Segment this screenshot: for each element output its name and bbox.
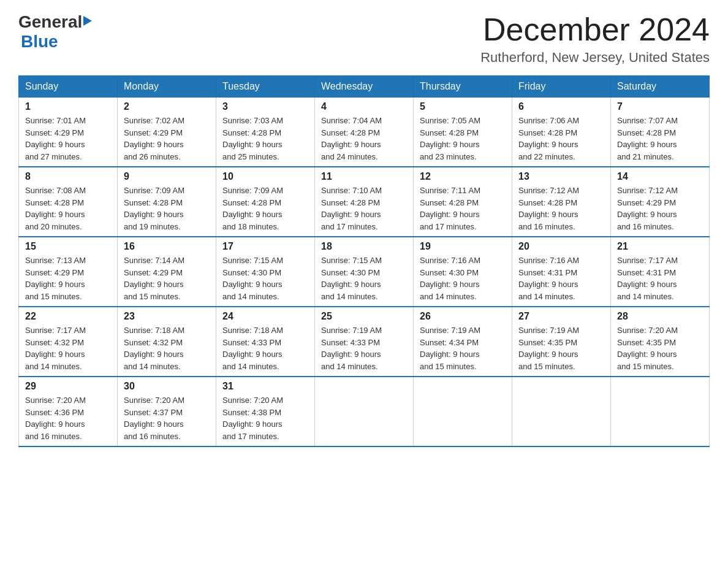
day-header-wednesday: Wednesday: [315, 76, 414, 98]
calendar-cell: 16Sunrise: 7:14 AMSunset: 4:29 PMDayligh…: [118, 237, 216, 307]
day-number: 19: [420, 241, 506, 252]
day-info: Sunrise: 7:15 AMSunset: 4:30 PMDaylight:…: [321, 255, 407, 302]
day-number: 9: [124, 171, 210, 182]
calendar-cell: 23Sunrise: 7:18 AMSunset: 4:32 PMDayligh…: [118, 307, 216, 377]
day-header-thursday: Thursday: [414, 76, 512, 98]
calendar-cell: 13Sunrise: 7:12 AMSunset: 4:28 PMDayligh…: [512, 167, 611, 237]
day-header-sunday: Sunday: [19, 76, 118, 98]
day-number: 26: [420, 311, 506, 322]
day-number: 3: [222, 101, 308, 112]
day-number: 13: [518, 171, 604, 182]
calendar-cell: 7Sunrise: 7:07 AMSunset: 4:28 PMDaylight…: [611, 98, 710, 167]
day-info: Sunrise: 7:20 AMSunset: 4:36 PMDaylight:…: [25, 394, 111, 442]
calendar-cell: 5Sunrise: 7:05 AMSunset: 4:28 PMDaylight…: [414, 98, 512, 167]
calendar-cell: 17Sunrise: 7:15 AMSunset: 4:30 PMDayligh…: [216, 237, 315, 307]
calendar-cell: 25Sunrise: 7:19 AMSunset: 4:33 PMDayligh…: [315, 307, 414, 377]
day-number: 2: [124, 101, 210, 112]
calendar-week-row: 8Sunrise: 7:08 AMSunset: 4:28 PMDaylight…: [19, 167, 710, 237]
day-info: Sunrise: 7:08 AMSunset: 4:28 PMDaylight:…: [25, 185, 111, 232]
day-info: Sunrise: 7:19 AMSunset: 4:33 PMDaylight:…: [321, 324, 407, 372]
day-number: 20: [518, 241, 604, 252]
day-info: Sunrise: 7:13 AMSunset: 4:29 PMDaylight:…: [25, 255, 111, 302]
day-number: 1: [25, 101, 111, 112]
calendar-cell: [414, 377, 512, 446]
calendar-cell: [611, 377, 710, 446]
day-info: Sunrise: 7:18 AMSunset: 4:32 PMDaylight:…: [124, 324, 210, 372]
day-number: 10: [222, 171, 308, 182]
calendar-cell: 10Sunrise: 7:09 AMSunset: 4:28 PMDayligh…: [216, 167, 315, 237]
calendar-cell: 20Sunrise: 7:16 AMSunset: 4:31 PMDayligh…: [512, 237, 611, 307]
day-number: 18: [321, 241, 407, 252]
day-info: Sunrise: 7:14 AMSunset: 4:29 PMDaylight:…: [124, 255, 210, 302]
calendar-header-row: SundayMondayTuesdayWednesdayThursdayFrid…: [19, 76, 710, 98]
calendar-cell: 29Sunrise: 7:20 AMSunset: 4:36 PMDayligh…: [19, 377, 118, 446]
calendar-cell: 14Sunrise: 7:12 AMSunset: 4:29 PMDayligh…: [611, 167, 710, 237]
calendar-cell: 19Sunrise: 7:16 AMSunset: 4:30 PMDayligh…: [414, 237, 512, 307]
calendar-table: SundayMondayTuesdayWednesdayThursdayFrid…: [18, 75, 710, 447]
calendar-cell: 21Sunrise: 7:17 AMSunset: 4:31 PMDayligh…: [611, 237, 710, 307]
calendar-cell: 2Sunrise: 7:02 AMSunset: 4:29 PMDaylight…: [118, 98, 216, 167]
day-info: Sunrise: 7:01 AMSunset: 4:29 PMDaylight:…: [25, 115, 111, 163]
day-info: Sunrise: 7:19 AMSunset: 4:34 PMDaylight:…: [420, 324, 506, 372]
calendar-cell: 15Sunrise: 7:13 AMSunset: 4:29 PMDayligh…: [19, 237, 118, 307]
logo: General Blue: [18, 12, 92, 52]
day-info: Sunrise: 7:20 AMSunset: 4:35 PMDaylight:…: [617, 324, 703, 372]
logo-general-text: General: [18, 12, 82, 32]
day-number: 31: [222, 381, 308, 392]
day-info: Sunrise: 7:18 AMSunset: 4:33 PMDaylight:…: [222, 324, 308, 372]
day-number: 12: [420, 171, 506, 182]
calendar-cell: 30Sunrise: 7:20 AMSunset: 4:37 PMDayligh…: [118, 377, 216, 446]
calendar-cell: 9Sunrise: 7:09 AMSunset: 4:28 PMDaylight…: [118, 167, 216, 237]
day-number: 17: [222, 241, 308, 252]
day-info: Sunrise: 7:16 AMSunset: 4:31 PMDaylight:…: [518, 255, 604, 302]
calendar-cell: 24Sunrise: 7:18 AMSunset: 4:33 PMDayligh…: [216, 307, 315, 377]
calendar-week-row: 1Sunrise: 7:01 AMSunset: 4:29 PMDaylight…: [19, 98, 710, 167]
calendar-cell: 26Sunrise: 7:19 AMSunset: 4:34 PMDayligh…: [414, 307, 512, 377]
day-number: 29: [25, 381, 111, 392]
day-number: 14: [617, 171, 703, 182]
calendar-title: December 2024: [480, 12, 710, 47]
day-number: 28: [617, 311, 703, 322]
day-info: Sunrise: 7:17 AMSunset: 4:32 PMDaylight:…: [25, 324, 111, 372]
day-number: 4: [321, 101, 407, 112]
day-info: Sunrise: 7:20 AMSunset: 4:37 PMDaylight:…: [124, 394, 210, 442]
calendar-cell: 1Sunrise: 7:01 AMSunset: 4:29 PMDaylight…: [19, 98, 118, 167]
calendar-subtitle: Rutherford, New Jersey, United States: [480, 50, 710, 66]
calendar-cell: 4Sunrise: 7:04 AMSunset: 4:28 PMDaylight…: [315, 98, 414, 167]
day-info: Sunrise: 7:19 AMSunset: 4:35 PMDaylight:…: [518, 324, 604, 372]
calendar-cell: 28Sunrise: 7:20 AMSunset: 4:35 PMDayligh…: [611, 307, 710, 377]
logo-blue-text: Blue: [21, 32, 58, 51]
day-number: 11: [321, 171, 407, 182]
calendar-cell: 11Sunrise: 7:10 AMSunset: 4:28 PMDayligh…: [315, 167, 414, 237]
calendar-cell: 31Sunrise: 7:20 AMSunset: 4:38 PMDayligh…: [216, 377, 315, 446]
day-info: Sunrise: 7:07 AMSunset: 4:28 PMDaylight:…: [617, 115, 703, 163]
calendar-cell: 3Sunrise: 7:03 AMSunset: 4:28 PMDaylight…: [216, 98, 315, 167]
calendar-week-row: 15Sunrise: 7:13 AMSunset: 4:29 PMDayligh…: [19, 237, 710, 307]
day-info: Sunrise: 7:11 AMSunset: 4:28 PMDaylight:…: [420, 185, 506, 232]
day-number: 22: [25, 311, 111, 322]
day-info: Sunrise: 7:09 AMSunset: 4:28 PMDaylight:…: [222, 185, 308, 232]
day-number: 16: [124, 241, 210, 252]
day-info: Sunrise: 7:06 AMSunset: 4:28 PMDaylight:…: [518, 115, 604, 163]
day-number: 27: [518, 311, 604, 322]
day-info: Sunrise: 7:09 AMSunset: 4:28 PMDaylight:…: [124, 185, 210, 232]
day-header-saturday: Saturday: [611, 76, 710, 98]
calendar-cell: 8Sunrise: 7:08 AMSunset: 4:28 PMDaylight…: [19, 167, 118, 237]
day-number: 24: [222, 311, 308, 322]
day-number: 23: [124, 311, 210, 322]
day-info: Sunrise: 7:16 AMSunset: 4:30 PMDaylight:…: [420, 255, 506, 302]
day-number: 8: [25, 171, 111, 182]
day-info: Sunrise: 7:12 AMSunset: 4:29 PMDaylight:…: [617, 185, 703, 232]
calendar-cell: 22Sunrise: 7:17 AMSunset: 4:32 PMDayligh…: [19, 307, 118, 377]
calendar-week-row: 22Sunrise: 7:17 AMSunset: 4:32 PMDayligh…: [19, 307, 710, 377]
day-info: Sunrise: 7:10 AMSunset: 4:28 PMDaylight:…: [321, 185, 407, 232]
logo-triangle-icon: [83, 16, 92, 26]
calendar-cell: 6Sunrise: 7:06 AMSunset: 4:28 PMDaylight…: [512, 98, 611, 167]
calendar-title-area: December 2024 Rutherford, New Jersey, Un…: [480, 12, 710, 66]
day-header-monday: Monday: [118, 76, 216, 98]
calendar-week-row: 29Sunrise: 7:20 AMSunset: 4:36 PMDayligh…: [19, 377, 710, 446]
day-number: 6: [518, 101, 604, 112]
day-info: Sunrise: 7:04 AMSunset: 4:28 PMDaylight:…: [321, 115, 407, 163]
calendar-cell: [512, 377, 611, 446]
day-info: Sunrise: 7:17 AMSunset: 4:31 PMDaylight:…: [617, 255, 703, 302]
